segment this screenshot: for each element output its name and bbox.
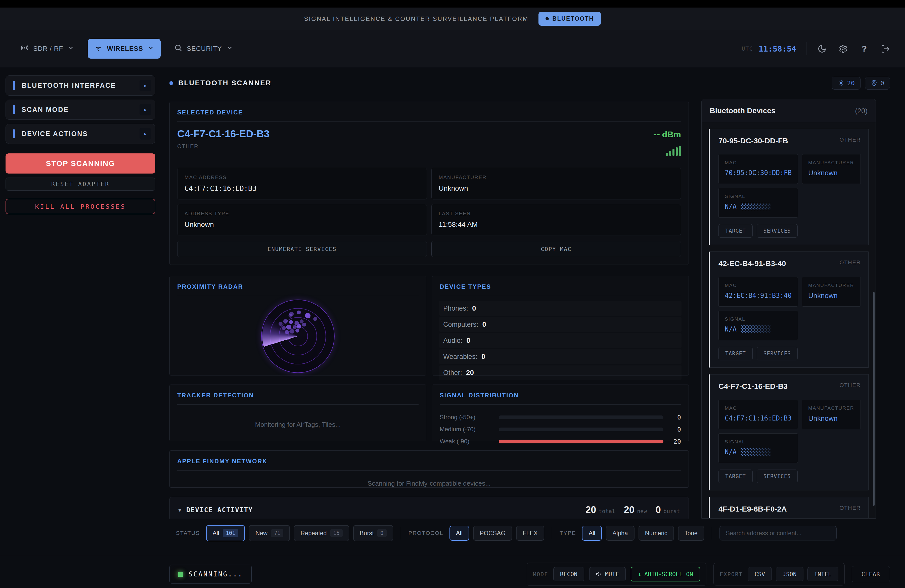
content: BLUETOOTH INTERFACE ▸ SCAN MODE ▸ DEVICE…: [0, 67, 905, 586]
settings-gear-icon[interactable]: [838, 43, 849, 54]
device-card[interactable]: 42-EC-B4-91-B3-40 OTHER MAC 42:EC:B4:91:…: [709, 251, 868, 368]
theme-moon-icon[interactable]: [816, 43, 827, 54]
bluetooth-icon: [838, 80, 844, 86]
collapse-triangle-icon: ▼: [178, 507, 182, 513]
app-header: SIGNAL INTELLIGENCE & COUNTER SURVEILLAN…: [0, 8, 905, 30]
device-manufacturer-cell: MANUFACTURER Unknown: [802, 154, 861, 184]
broadcast-icon: [21, 44, 29, 54]
page-header: BLUETOOTH SCANNER 20 0: [170, 75, 890, 91]
expand-arrow-icon[interactable]: ▸: [140, 128, 151, 140]
main-column: BLUETOOTH SCANNER 20 0 SELECTE: [161, 67, 905, 586]
sidebar-collapsible-panel[interactable]: DEVICE ACTIONS ▸: [6, 124, 156, 144]
bottom-filter-bar: STATUS All101 New71 Repeated15: [170, 521, 890, 545]
nav-security[interactable]: SECURITY: [168, 39, 239, 59]
reset-adapter-button[interactable]: RESET ADAPTER: [6, 178, 156, 191]
services-button[interactable]: SERVICES: [757, 347, 798, 361]
kill-all-processes-button[interactable]: KILL ALL PROCESSES: [6, 199, 156, 214]
signal-distribution-row: Medium (-70) 0: [440, 423, 681, 435]
export-format-button[interactable]: CSV: [748, 567, 772, 581]
type-filter-chip[interactable]: Alpha: [606, 526, 634, 541]
autoscroll-toggle[interactable]: ↓ AUTO-SCROLL ON: [631, 567, 700, 582]
status-footer: SCANNING... MODE RECON MUTE ↓ AUTO-SCROL…: [170, 563, 890, 586]
clear-button[interactable]: CLEAR: [852, 566, 890, 582]
type-filter-chip[interactable]: Numeric: [638, 526, 674, 541]
stop-scanning-button[interactable]: STOP SCANNING: [6, 153, 156, 173]
mode-recon-button[interactable]: RECON: [553, 567, 584, 581]
device-name: 42-EC-B4-91-B3-40: [718, 259, 786, 268]
proximity-radar-display: [261, 300, 335, 373]
bluetooth-count-badge[interactable]: 20: [832, 77, 861, 89]
mode-group: MODE RECON MUTE ↓ AUTO-SCROLL ON: [527, 563, 707, 586]
devices-scrollbar[interactable]: [873, 292, 875, 506]
wifi-icon: [94, 44, 102, 54]
signal-halftone-pattern: [741, 448, 771, 456]
selected-device-panel: SELECTED DEVICE C4-F7-C1-16-ED-B3 OTHER …: [170, 102, 689, 265]
type-group-label: TYPE: [560, 530, 576, 536]
device-category: OTHER: [840, 505, 861, 511]
sidebar-collapsible-panel[interactable]: BLUETOOTH INTERFACE ▸: [6, 75, 156, 95]
nav-wireless[interactable]: WIRELESS: [88, 39, 160, 59]
sidebar-collapsible-panel[interactable]: SCAN MODE ▸: [6, 100, 156, 120]
services-button[interactable]: SERVICES: [757, 470, 798, 483]
selected-device-category: OTHER: [177, 143, 270, 149]
protocol-filter-chip[interactable]: All: [449, 526, 469, 541]
scanner-scroll-area[interactable]: SELECTED DEVICE C4-F7-C1-16-ED-B3 OTHER …: [170, 91, 689, 518]
tracker-detection-panel: TRACKER DETECTION Monitoring for AirTags…: [170, 385, 426, 441]
status-filter-chip[interactable]: All101: [206, 525, 245, 541]
export-group: EXPORT CSV JSON INTEL: [713, 563, 845, 585]
target-button[interactable]: TARGET: [718, 224, 753, 238]
status-filter-chip[interactable]: New71: [249, 525, 290, 541]
distribution-bar: [499, 427, 664, 431]
activity-stat: 20new: [624, 504, 647, 515]
logout-icon[interactable]: [880, 43, 891, 54]
search-input[interactable]: [719, 526, 837, 540]
device-name: 70-95-DC-30-DD-FB: [718, 137, 788, 145]
device-category: OTHER: [840, 382, 861, 389]
export-format-button[interactable]: INTEL: [807, 567, 838, 581]
divider: [806, 42, 807, 55]
tracker-empty-text: Monitoring for AirTags, Tiles...: [170, 405, 426, 429]
geo-count-badge[interactable]: 0: [865, 77, 890, 89]
protocol-filter-chip[interactable]: POCSAG: [473, 526, 512, 541]
enumerate-services-button[interactable]: ENUMERATE SERVICES: [177, 241, 427, 257]
signal-halftone-pattern: [741, 203, 771, 210]
device-card[interactable]: 4F-D1-E9-6B-F0-2A OTHER MAC 4F:D1:E9:6B:…: [709, 497, 868, 518]
export-format-button[interactable]: JSON: [776, 567, 803, 581]
nav-sdr-rf[interactable]: SDR / RF: [14, 39, 81, 59]
scanning-indicator-icon: [178, 572, 183, 577]
device-card[interactable]: 70-95-DC-30-DD-FB OTHER MAC 70:95:DC:30:…: [709, 129, 868, 245]
copy-mac-button[interactable]: COPY MAC: [431, 241, 681, 257]
status-filter-chip[interactable]: Repeated15: [294, 525, 349, 541]
type-filter-chip[interactable]: All: [582, 526, 602, 541]
device-manufacturer-cell: MANUFACTURER Unknown: [802, 277, 861, 307]
expand-arrow-icon[interactable]: ▸: [140, 80, 151, 91]
findmy-panel: APPLE FINDMY NETWORK Scanning for FindMy…: [170, 450, 689, 488]
rssi-value: --dBm: [653, 128, 681, 140]
help-icon[interactable]: ?: [859, 43, 870, 54]
chevron-down-icon: [227, 44, 233, 53]
app-window: SIGNAL INTELLIGENCE & COUNTER SURVEILLAN…: [0, 0, 905, 588]
accent-bar: [13, 129, 15, 138]
expand-arrow-icon[interactable]: ▸: [140, 104, 151, 116]
device-type-row: Other:20: [439, 366, 681, 380]
nav-right: UTC 11:58:54 ?: [741, 42, 891, 55]
device-activity-panel: ▼ DEVICE ACTIVITY 20total 20new 0b: [170, 497, 689, 518]
type-filter-chip[interactable]: Tone: [678, 526, 704, 541]
main-nav: SDR / RF WIRELESS SECURITY UTC 11:58:54 …: [0, 30, 905, 67]
status-filter-chip[interactable]: Burst0: [353, 525, 393, 541]
mute-button[interactable]: MUTE: [589, 567, 626, 581]
export-label: EXPORT: [720, 571, 743, 577]
app-title: SIGNAL INTELLIGENCE & COUNTER SURVEILLAN…: [304, 15, 529, 22]
device-card[interactable]: C4-F7-C1-16-ED-B3 OTHER MAC C4:F7:C1:16:…: [709, 374, 868, 490]
activity-collapse-toggle[interactable]: ▼ DEVICE ACTIVITY: [178, 506, 253, 514]
services-button[interactable]: SERVICES: [757, 224, 798, 238]
protocol-filter-chip[interactable]: FLEX: [516, 526, 544, 541]
protocol-group-label: PROTOCOL: [408, 530, 443, 536]
address-type-cell: ADDRESS TYPE Unknown: [177, 204, 427, 235]
device-type-row: Computers:0: [439, 317, 681, 332]
device-category: OTHER: [840, 137, 861, 143]
devices-title: Bluetooth Devices: [710, 106, 776, 115]
device-mac-cell: MAC 70:95:DC:30:DD:FB: [718, 154, 798, 184]
target-button[interactable]: TARGET: [718, 347, 753, 361]
target-button[interactable]: TARGET: [718, 470, 753, 483]
